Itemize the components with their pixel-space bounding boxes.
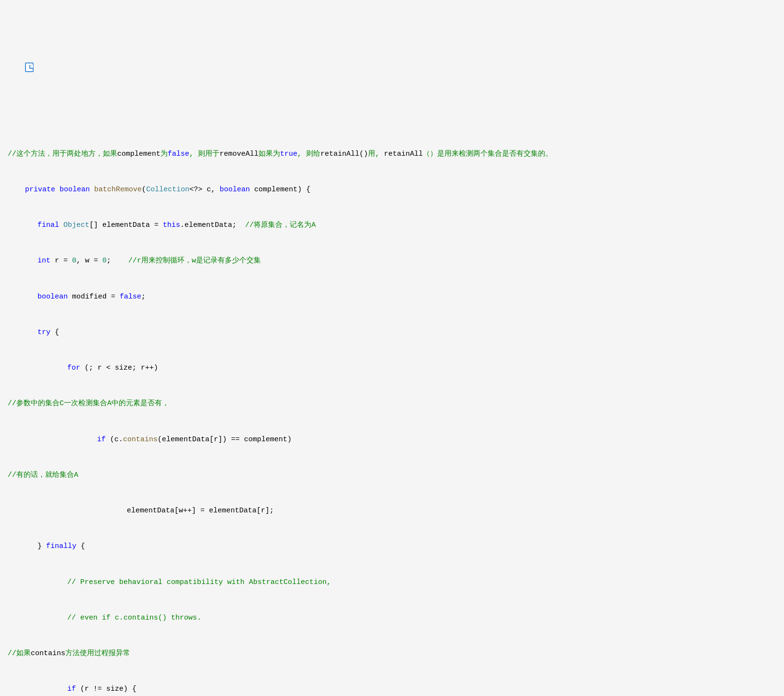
line-assign-elementdata: elementData[w++] = elementData[r]; [8, 505, 776, 517]
line-comment-preserve: // Preserve behavioral compatibility wit… [8, 577, 776, 589]
comment-line-1: //这个方法，用于两处地方，如果complement为false, 则用于rem… [8, 149, 776, 161]
top-doc-icon-area [8, 51, 776, 88]
code-container: //这个方法，用于两处地方，如果complement为false, 则用于rem… [8, 5, 776, 696]
line-elementdata-decl: final Object[] elementData = this.elemen… [8, 220, 776, 232]
code-content: //这个方法，用于两处地方，如果complement为false, 则用于rem… [8, 124, 776, 696]
top-doc-icon [25, 62, 34, 72]
comment-line-4: //如果contains方法使用过程报异常 [8, 648, 776, 660]
line-finally: } finally { [8, 541, 776, 553]
comment-zh-4: //如果contains方法使用过程报异常 [8, 649, 130, 658]
comment-zh-3: //有的话，就给集合A [8, 471, 78, 479]
line-rw-decl: int r = 0, w = 0; //r用来控制循环，w是记录有多少个交集 [8, 255, 776, 267]
line-try: try { [8, 327, 776, 339]
line-if-contains: if (c.contains(elementData[r]) == comple… [8, 434, 776, 446]
line-if-r-ne-size: if (r != size) { [8, 684, 776, 696]
comment-zh-1: //这个方法，用于两处地方，如果complement为false, 则用于rem… [8, 150, 552, 158]
comment-line-3: //有的话，就给集合A [8, 470, 776, 482]
comment-line-2: //参数中的集合C一次检测集合A中的元素是否有， [8, 398, 776, 410]
comment-zh-2: //参数中的集合C一次检测集合A中的元素是否有， [8, 399, 169, 408]
line-comment-even: // even if c.contains() throws. [8, 612, 776, 624]
method-signature: private boolean batchRemove(Collection<?… [8, 184, 776, 196]
line-modified-decl: boolean modified = false; [8, 291, 776, 303]
line-for: for (; r < size; r++) [8, 362, 776, 374]
